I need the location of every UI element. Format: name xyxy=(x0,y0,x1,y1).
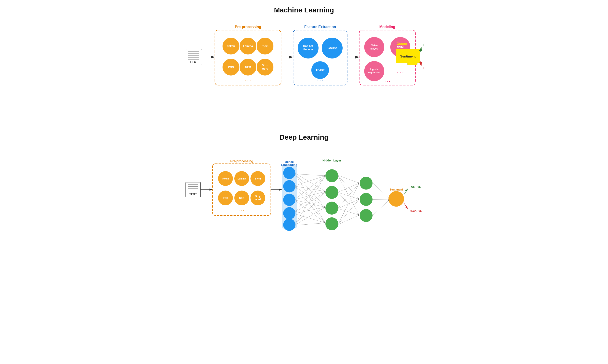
ml-modeling-ellipsis2: . . . xyxy=(384,78,390,82)
ml-count-node: Count xyxy=(327,46,337,50)
svg-line-108 xyxy=(404,203,407,209)
svg-line-67 xyxy=(295,174,325,223)
ml-pos-node: POS xyxy=(228,65,234,69)
svg-line-78 xyxy=(295,207,325,213)
ml-sentiment-label: Sentiment xyxy=(400,55,416,58)
dl-stopword-node: Stop xyxy=(255,195,260,198)
ml-title: Machine Learning xyxy=(184,6,424,14)
svg-line-79 xyxy=(295,214,325,223)
svg-line-36 xyxy=(420,47,421,53)
dl-pre-ellipsis: . . . xyxy=(239,208,244,212)
ml-output-label: Output xyxy=(396,42,407,45)
svg-line-107 xyxy=(404,189,407,195)
svg-text:Encode: Encode xyxy=(303,48,313,51)
svg-line-77 xyxy=(295,192,325,212)
ml-lemma-node: Lemma xyxy=(243,44,253,48)
ml-preprocessing-label: Pre-processing xyxy=(235,25,261,29)
svg-point-100 xyxy=(359,177,372,190)
svg-line-76 xyxy=(295,176,325,212)
svg-text:Embedding: Embedding xyxy=(281,163,297,167)
svg-line-37 xyxy=(420,60,421,66)
ml-naivebayes-node: Naive xyxy=(371,44,378,47)
svg-line-95 xyxy=(338,199,359,208)
svg-text:regression: regression xyxy=(368,71,380,74)
svg-line-66 xyxy=(295,174,325,207)
ml-ner-node: NER xyxy=(245,65,251,69)
dl-positive-label: POSITIVE xyxy=(409,185,420,188)
svg-line-74 xyxy=(295,200,325,207)
svg-line-92 xyxy=(338,193,359,199)
ml-positive-label: POSITIVE xyxy=(423,44,424,47)
svg-line-69 xyxy=(295,186,325,192)
svg-line-64 xyxy=(295,174,325,176)
dl-sentiment-label: Sentiment xyxy=(390,188,403,191)
dl-pos-node: POS xyxy=(223,197,228,199)
svg-point-84 xyxy=(325,169,338,182)
svg-point-106 xyxy=(388,191,404,207)
ml-feature-label: Feature Extraction xyxy=(304,25,336,29)
svg-line-97 xyxy=(338,183,359,223)
svg-line-98 xyxy=(338,199,359,224)
dl-ner-node: NER xyxy=(239,197,244,199)
ml-svm-node: SVM xyxy=(397,45,404,49)
ml-section: Machine Learning TEXT Pre-processing Tok… xyxy=(184,6,424,103)
svg-line-80 xyxy=(295,176,325,223)
svg-text:Bayes: Bayes xyxy=(370,47,378,50)
svg-line-70 xyxy=(295,187,325,207)
section-divider xyxy=(34,121,574,121)
ml-stopword-node: Stop xyxy=(262,64,268,67)
svg-point-87 xyxy=(325,217,338,230)
dl-token-node: Token xyxy=(222,177,229,180)
ml-diagram-svg: TEXT Pre-processing Token Lemma Stem POS… xyxy=(184,18,424,102)
ml-feature-ellipsis: . . . xyxy=(317,78,323,82)
ml-logreg-node: logistic xyxy=(370,68,378,71)
svg-point-60 xyxy=(283,180,295,192)
svg-point-102 xyxy=(359,209,372,222)
svg-point-101 xyxy=(359,193,372,206)
svg-text:word: word xyxy=(255,198,261,201)
ml-onehot-node: One-hot xyxy=(303,44,313,48)
svg-line-105 xyxy=(372,200,389,216)
ml-pre-ellipsis: . . . xyxy=(245,78,251,82)
ml-tfidf-node: TF-IDF xyxy=(315,68,324,72)
svg-line-75 xyxy=(295,201,325,223)
svg-point-62 xyxy=(283,207,295,219)
dl-diagram-svg: TEXT Pre-processing Token Lemma Stem POS… xyxy=(184,145,424,241)
svg-point-61 xyxy=(283,194,295,206)
svg-line-91 xyxy=(338,183,359,192)
svg-point-63 xyxy=(283,219,295,231)
svg-line-99 xyxy=(338,215,359,224)
dl-lemma-node: Lemma xyxy=(237,177,246,180)
dl-negative-label: NEGATIVE xyxy=(409,209,421,212)
svg-line-81 xyxy=(295,192,325,224)
ml-modeling-ellipsis: . . . xyxy=(397,68,404,74)
ml-negative-label: NEGATIVE xyxy=(423,67,424,70)
dl-text-label: TEXT xyxy=(189,193,197,196)
dl-stem-node: Stem xyxy=(255,177,261,180)
svg-line-83 xyxy=(295,223,325,225)
svg-point-85 xyxy=(325,186,338,199)
dl-preprocessing-label: Pre-processing xyxy=(230,159,253,163)
ml-stem-node: Stem xyxy=(261,44,268,48)
ml-modeling-label: Modeling xyxy=(379,25,395,29)
dl-dense-label: Dense xyxy=(285,160,294,163)
ml-text-label: TEXT xyxy=(190,60,198,64)
svg-line-65 xyxy=(295,173,325,191)
dl-hidden-label: Hidden Layer xyxy=(322,159,341,162)
ml-token-node: Token xyxy=(227,44,235,48)
svg-line-82 xyxy=(295,207,325,225)
svg-line-68 xyxy=(295,176,325,185)
svg-text:word: word xyxy=(261,67,268,70)
dl-title: Deep Learning xyxy=(184,133,424,141)
dl-section: Deep Learning TEXT Pre-processing xyxy=(184,133,424,242)
svg-point-86 xyxy=(325,202,338,215)
svg-point-59 xyxy=(283,167,295,179)
svg-line-103 xyxy=(372,183,389,198)
